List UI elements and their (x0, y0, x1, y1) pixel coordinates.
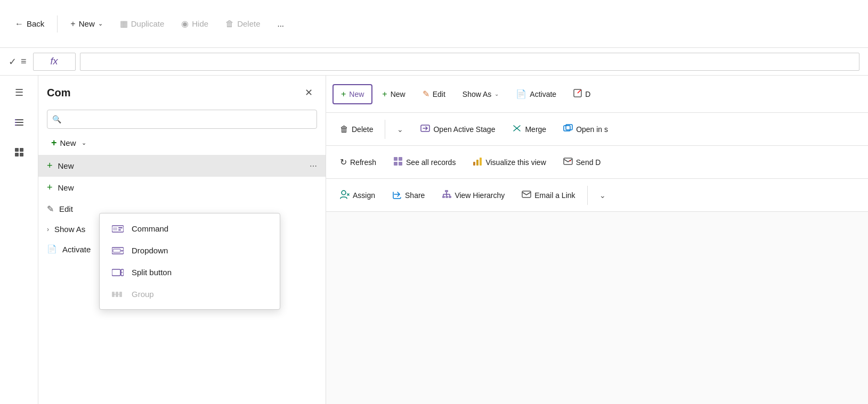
svg-point-39 (342, 191, 346, 195)
rt-activate-page-icon: 📄 (516, 89, 526, 99)
more-label: ... (277, 19, 284, 28)
hamburger-icon[interactable]: ≡ (21, 56, 27, 67)
commands-new-label: New (60, 138, 76, 147)
sidebar-list-icon[interactable] (9, 112, 30, 133)
plus-icon: + (70, 19, 75, 29)
rt-send-d-icon (563, 156, 573, 168)
rt-show-as-button[interactable]: Show As ⌄ (455, 86, 506, 103)
svg-rect-32 (399, 162, 402, 166)
rt-activate-button[interactable]: 📄 Activate (508, 85, 564, 103)
rt-refresh-icon: ↻ (340, 157, 347, 167)
fx-button[interactable]: fx (33, 53, 76, 71)
dropdown-item-command[interactable]: Command (100, 218, 280, 240)
rt-open-in-s-button[interactable]: Open in s (556, 119, 615, 139)
svg-rect-5 (15, 125, 17, 126)
more-button[interactable]: ... (271, 15, 290, 32)
rt-edit-label: Edit (433, 90, 445, 98)
rt-show-as-chevron-icon: ⌄ (494, 91, 499, 97)
checkmark-icon[interactable]: ✓ (9, 56, 17, 68)
rt-assign-button[interactable]: Assign (332, 185, 383, 205)
rt-row4-chevron-icon: ⌄ (599, 191, 606, 200)
dropdown-item-group[interactable]: Group (100, 283, 280, 305)
rt-new-plain-button[interactable]: + New (375, 85, 412, 103)
svg-rect-31 (394, 162, 398, 166)
rt-new-1-label: New (349, 90, 364, 98)
rt-see-all-records-button[interactable]: See all records (386, 152, 463, 172)
dropdown-popup: Command Dropdown Split button (99, 213, 280, 310)
svg-rect-35 (480, 158, 482, 166)
new-plus-icon: + (51, 137, 57, 149)
rt-chevron-down-button[interactable]: ⌄ (390, 121, 411, 138)
rt-row4-chevron-button[interactable]: ⌄ (592, 187, 613, 204)
rt-email-a-link-button[interactable]: Email a Link (514, 185, 582, 205)
dropdown-item-dropdown[interactable]: Dropdown (100, 240, 280, 261)
rt-open-in-s-icon (563, 123, 573, 135)
command-activate-label: Activate (62, 245, 91, 254)
delete-button[interactable]: 🗑 Delete (219, 15, 266, 33)
rt-row4-divider (587, 186, 588, 205)
rt-open-active-stage-button[interactable]: Open Active Stage (413, 119, 502, 139)
svg-rect-29 (394, 157, 398, 161)
right-toolbar-row-1: + New + New ✎ Edit Show As ⌄ 📄 Activate (326, 76, 868, 113)
back-button[interactable]: ← Back (9, 15, 51, 33)
list-svg-icon (14, 117, 25, 128)
svg-rect-19 (116, 292, 118, 297)
rt-merge-button[interactable]: Merge (505, 119, 554, 139)
commands-close-button[interactable]: ✕ (300, 84, 317, 101)
rt-edit-pencil-icon: ✎ (423, 89, 429, 99)
command-item-new-2[interactable]: + New (38, 177, 326, 199)
svg-rect-49 (522, 191, 531, 197)
rt-view-hierarchy-button[interactable]: View Hierarchy (434, 185, 512, 205)
commands-search-input[interactable] (47, 110, 317, 129)
svg-rect-6 (15, 148, 19, 152)
rt-merge-icon (512, 123, 522, 135)
rt-view-hierarchy-icon (442, 189, 451, 201)
command-item-edit-left: ✎ Edit (47, 204, 73, 214)
sidebar-grid-icon[interactable] (9, 142, 30, 163)
open-in-svg-icon (563, 123, 573, 133)
hierarchy-svg-icon (442, 189, 451, 199)
delete-label: Delete (237, 19, 260, 28)
rt-delete-button[interactable]: 🗑 Delete (332, 120, 380, 138)
rt-share-button[interactable]: Share (385, 185, 432, 205)
rt-edit-button[interactable]: ✎ Edit (415, 85, 453, 103)
rt-refresh-button[interactable]: ↻ Refresh (332, 153, 384, 171)
duplicate-button[interactable]: ▦ Duplicate (113, 14, 171, 33)
svg-rect-9 (20, 153, 23, 156)
command-new-2-plus-icon: + (47, 182, 53, 193)
rt-send-d-button[interactable]: Send D (556, 152, 609, 172)
dropdown-svg-icon (112, 247, 124, 254)
command-item-new-1[interactable]: + New ⋯ (38, 155, 326, 177)
rt-new-highlighted-button[interactable]: + New (332, 84, 372, 104)
dropdown-item-split-button[interactable]: Split button (100, 261, 280, 283)
search-icon: 🔍 (52, 115, 61, 123)
command-item-new-1-left: + New (47, 160, 74, 171)
group-icon (110, 291, 125, 298)
formula-input[interactable] (80, 53, 859, 71)
svg-rect-20 (119, 292, 122, 297)
hide-button[interactable]: ◉ Hide (175, 14, 215, 33)
command-show-as-chevron-icon: › (47, 226, 49, 233)
share-svg-icon (392, 189, 402, 199)
rt-visualize-button[interactable]: Visualize this view (465, 152, 553, 172)
chart-gold-svg-icon (473, 156, 482, 166)
rt-chevron-down-icon: ⌄ (397, 125, 403, 134)
group-svg-icon (112, 291, 124, 298)
svg-rect-43 (449, 196, 451, 198)
commands-new-dropdown-button[interactable]: + New ⌄ (43, 133, 321, 153)
new-button[interactable]: + New ⌄ (64, 15, 109, 33)
svg-rect-41 (442, 196, 445, 198)
rt-assign-icon (340, 189, 350, 201)
assign-svg-icon (340, 189, 350, 199)
split-button-svg-icon (112, 269, 124, 276)
rt-new-1-plus-icon: + (341, 89, 346, 99)
grid-purple-svg-icon (393, 156, 403, 166)
sidebar-hamburger-icon[interactable]: ☰ (9, 82, 30, 103)
command-new-2-label: New (58, 183, 74, 192)
svg-rect-7 (20, 148, 23, 152)
command-new-1-more-icon[interactable]: ⋯ (310, 162, 317, 170)
dropdown-item-label: Dropdown (132, 246, 168, 255)
rt-d-button[interactable]: D (566, 85, 598, 104)
command-new-1-label: New (58, 161, 74, 170)
rt-new-2-label: New (391, 90, 405, 98)
